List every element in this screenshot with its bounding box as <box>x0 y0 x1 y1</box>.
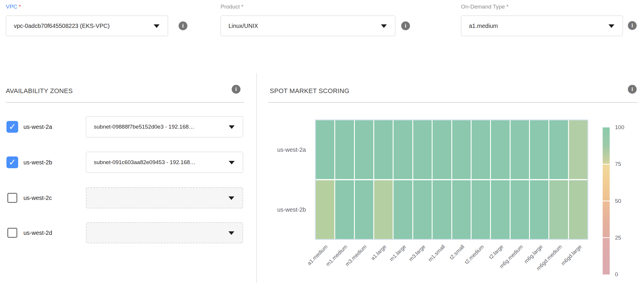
divider <box>6 102 244 103</box>
caret-down-icon <box>609 24 614 28</box>
on-demand-type-select[interactable]: a1.medium <box>461 16 623 36</box>
vpc-select-value: vpc-0adcb70f645508223 (EKS-VPC) <box>14 23 110 29</box>
caret-down-icon <box>229 161 235 164</box>
zone-label: us-west-2c <box>23 187 52 208</box>
subnet-select-value: subnet-09888f7be5152d0e3 - 192.168… <box>94 124 194 130</box>
colorbar <box>603 127 610 274</box>
subnet-select-us-west-2b[interactable]: subnet-091c603aa82e09453 - 192.168… <box>86 152 243 173</box>
caret-down-icon <box>154 24 160 28</box>
divider <box>268 102 638 103</box>
heatmap-cell-us-west-2a-m6gd.medium <box>549 120 568 179</box>
caret-down-icon <box>228 196 234 200</box>
heatmap-cell-us-west-2b-a1.large <box>374 180 393 239</box>
az-row-us-west-2a: us-west-2a subnet-09888f7be5152d0e3 - 19… <box>6 116 244 137</box>
info-icon[interactable] <box>628 21 637 30</box>
subnet-select-us-west-2c <box>86 187 243 208</box>
info-icon[interactable] <box>401 21 410 30</box>
heatmap-cell-us-west-2a-m3.medium <box>355 120 373 179</box>
product-field: Product* Linux/UNIX <box>221 0 395 36</box>
heatmap-cell-us-west-2a-t2.large <box>491 120 509 179</box>
heatmap-cell-us-west-2a-m1.medium <box>335 120 354 179</box>
az-row-us-west-2c: us-west-2c <box>6 187 244 208</box>
caret-down-icon <box>229 125 235 129</box>
vpc-select[interactable]: vpc-0adcb70f645508223 (EKS-VPC) <box>6 16 168 36</box>
checkbox-us-west-2d[interactable] <box>7 228 17 238</box>
spot-market-scoring-title: SPOT MARKET SCORING <box>270 87 349 95</box>
product-select-value: Linux/UNIX <box>228 23 258 29</box>
on-demand-type-label: On-Demand Type* <box>461 4 509 10</box>
heatmap-cell-us-west-2b-m3.medium <box>355 180 373 239</box>
colorbar-label-25: 25 <box>615 235 621 241</box>
heatmap-row-label-us-west-2a: us-west-2a <box>250 146 306 153</box>
colorbar-label-50: 50 <box>615 198 621 204</box>
checkbox-us-west-2b[interactable] <box>6 156 18 168</box>
zone-label: us-west-2b <box>23 152 52 173</box>
heatmap-cell-us-west-2a-t2.medium <box>472 120 490 179</box>
x-axis-label-a1.medium: a1.medium <box>279 244 329 283</box>
heatmap-cell-us-west-2b-a1.medium <box>316 180 334 239</box>
subnet-select-us-west-2a[interactable]: subnet-09888f7be5152d0e3 - 192.168… <box>86 116 243 137</box>
colorbar-label-100: 100 <box>615 124 624 131</box>
heatmap-cell-us-west-2b-t2.medium <box>472 180 490 239</box>
colorbar-label-0: 0 <box>615 271 618 278</box>
heatmap-cell-us-west-2b-t2.small <box>452 180 471 239</box>
section-divider <box>256 73 257 283</box>
heatmap-cell-us-west-2a-m1.small <box>433 120 451 179</box>
page: VPC* vpc-0adcb70f645508223 (EKS-VPC) Pro… <box>0 0 644 283</box>
heatmap-cell-us-west-2a-a1.large <box>374 120 393 179</box>
heatmap-cell-us-west-2b-m1.medium <box>335 180 354 239</box>
colorbar-label-75: 75 <box>615 161 621 167</box>
az-row-us-west-2b: us-west-2b subnet-091c603aa82e09453 - 19… <box>6 152 244 173</box>
checkbox-us-west-2a[interactable] <box>6 121 18 133</box>
product-label: Product* <box>221 4 243 10</box>
colorbar-tick <box>603 164 610 165</box>
heatmap-cell-us-west-2b-t2.large <box>491 180 509 239</box>
subnet-select-us-west-2d <box>86 222 243 243</box>
zone-label: us-west-2d <box>23 222 52 243</box>
heatmap-cell-us-west-2a-a1.medium <box>316 120 334 179</box>
az-row-us-west-2d: us-west-2d <box>6 222 244 243</box>
heatmap-cell-us-west-2a-m6g.large <box>530 120 548 179</box>
required-asterisk: * <box>506 4 509 10</box>
heatmap-cell-us-west-2a-t2.small <box>452 120 471 179</box>
subnet-select-value: subnet-091c603aa82e09453 - 192.168… <box>94 159 196 166</box>
zone-label: us-west-2a <box>23 116 52 137</box>
heatmap-cell-us-west-2a-m1.large <box>394 120 412 179</box>
required-asterisk: * <box>19 4 21 10</box>
heatmap-cell-us-west-2a-m6gd.large <box>569 120 587 179</box>
info-icon[interactable] <box>232 85 240 94</box>
on-demand-type-field: On-Demand Type* a1.medium <box>461 0 623 36</box>
availability-zones-title: AVAILABILITY ZONES <box>6 87 73 95</box>
heatmap-cell-us-west-2b-m6gd.large <box>569 180 587 239</box>
heatmap-cell-us-west-2b-m3.large <box>413 180 432 239</box>
heatmap-cell-us-west-2b-m1.small <box>433 180 451 239</box>
caret-down-icon <box>228 231 234 235</box>
info-icon[interactable] <box>628 85 637 94</box>
heatmap-row-label-us-west-2b: us-west-2b <box>250 206 306 213</box>
heatmap-cell-us-west-2a-m6g.medium <box>511 120 529 179</box>
info-icon[interactable] <box>179 21 187 30</box>
on-demand-type-select-value: a1.medium <box>469 23 498 29</box>
heatmap-cell-us-west-2b-m6g.large <box>530 180 548 239</box>
heatmap-cell-us-west-2b-m1.large <box>394 180 412 239</box>
caret-down-icon <box>381 24 387 28</box>
colorbar-tick <box>603 237 610 238</box>
heatmap-cell-us-west-2a-m3.large <box>413 120 432 179</box>
vpc-label: VPC* <box>6 4 21 10</box>
spot-scoring-heatmap <box>315 119 588 240</box>
vpc-field: VPC* vpc-0adcb70f645508223 (EKS-VPC) <box>6 0 168 36</box>
colorbar-tick <box>603 201 610 201</box>
heatmap-cell-us-west-2b-m6g.medium <box>511 180 529 239</box>
required-asterisk: * <box>241 4 243 10</box>
heatmap-cell-us-west-2b-m6gd.medium <box>549 180 568 239</box>
product-select[interactable]: Linux/UNIX <box>221 16 395 36</box>
checkbox-us-west-2c[interactable] <box>7 193 17 203</box>
